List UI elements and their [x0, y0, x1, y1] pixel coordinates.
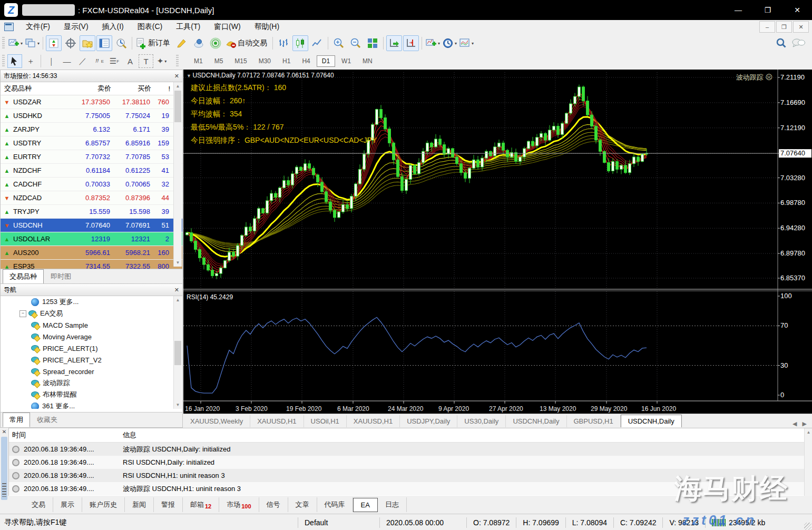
chart-tab[interactable]: US30,Daily: [457, 415, 506, 427]
scroll-down-icon[interactable]: ▼: [174, 259, 182, 267]
market-watch-tab[interactable]: 交易品种: [3, 269, 44, 284]
table-row[interactable]: ▲USDHKD7.750057.7502419: [1, 109, 182, 123]
collapse-icon[interactable]: −: [19, 310, 26, 317]
virtual-hosting-button[interactable]: [191, 35, 207, 51]
market-watch-scrollbar[interactable]: ▲ ▼: [173, 82, 182, 267]
terminal-tab-[interactable]: 日志: [378, 497, 407, 512]
terminal-drag-handle[interactable]: [1, 437, 7, 500]
tree-item[interactable]: Moving Average: [1, 331, 182, 342]
toolbar-grip[interactable]: [176, 55, 179, 67]
table-row[interactable]: ▲CADCHF0.700330.7006532: [1, 178, 182, 191]
terminal-tab-[interactable]: 警报: [154, 497, 183, 512]
mdi-minimize-button[interactable]: –: [759, 21, 775, 33]
table-row[interactable]: ▲EURTRY7.707327.7078553: [1, 150, 182, 164]
terminal-tab-[interactable]: 邮箱12: [183, 497, 219, 513]
column-time[interactable]: 时间: [9, 430, 123, 440]
column-buy[interactable]: 买价: [111, 84, 151, 93]
menu-f[interactable]: 文件(F): [19, 20, 57, 34]
tree-item[interactable]: 361 更多...: [1, 400, 182, 409]
tree-item[interactable]: 波动跟踪: [1, 377, 182, 389]
zoom-out-button[interactable]: [348, 35, 364, 51]
log-row[interactable]: 2020.06.18 19:36:49....RSI USDCNH,Daily:…: [9, 456, 812, 469]
chart-tab[interactable]: XAUUSD,Weekly: [183, 415, 250, 427]
tile-windows-button[interactable]: [365, 35, 380, 51]
table-row[interactable]: ▼USDCNH7.076407.0769151: [1, 219, 182, 232]
mdi-close-button[interactable]: ✕: [793, 21, 809, 33]
search-button[interactable]: [774, 35, 789, 51]
scroll-up-icon[interactable]: ▲: [174, 82, 182, 90]
one-click-trading-icon[interactable]: ▼: [187, 73, 192, 78]
chart-window[interactable]: 7.211907.166907.121907.076407.032806.987…: [183, 70, 812, 414]
scroll-up-icon[interactable]: ▲: [174, 296, 182, 304]
terminal-tab-[interactable]: 展示: [53, 497, 82, 512]
metaeditor-button[interactable]: [174, 35, 190, 51]
column-spread[interactable]: !: [151, 85, 172, 93]
bar-chart-button[interactable]: [276, 35, 291, 51]
log-row[interactable]: 2020.06.18 19:36:49....波动跟踪 USDCNH,Daily…: [9, 443, 812, 456]
timeframe-h1[interactable]: H1: [277, 55, 296, 67]
table-row[interactable]: ▼USDZAR17.3735017.38110760: [1, 95, 182, 109]
tree-item[interactable]: PRICE_ALERT_V2: [1, 354, 182, 366]
navigator-tab[interactable]: 收藏夹: [30, 413, 64, 427]
close-icon[interactable]: ✕: [174, 287, 179, 293]
chevron-right-icon[interactable]: ▶: [803, 420, 807, 427]
new-chart-button[interactable]: ▾: [7, 35, 23, 51]
new-order-button[interactable]: 新订单: [135, 35, 173, 51]
toolbar-grip[interactable]: [2, 37, 5, 50]
close-button[interactable]: ✕: [782, 0, 812, 20]
horizontal-line-tool[interactable]: —: [60, 54, 74, 68]
toolbar-grip[interactable]: [2, 55, 5, 67]
profiles-button[interactable]: ▾: [24, 35, 40, 51]
arrows-tool[interactable]: ✦▾: [154, 54, 169, 68]
terminal-tab-[interactable]: 账户历史: [82, 497, 125, 512]
table-row[interactable]: ▲NZDCHF0.611840.6122541: [1, 164, 182, 178]
table-row[interactable]: ▼NZDCAD0.873520.8739644: [1, 191, 182, 205]
terminal-tab-ea[interactable]: EA: [353, 498, 378, 512]
column-symbol[interactable]: 交易品种: [1, 84, 66, 93]
chart-shift-button[interactable]: [403, 35, 419, 51]
terminal-tab-[interactable]: 交易: [24, 497, 53, 512]
navigator-toggle[interactable]: [80, 35, 95, 51]
timeframe-m1[interactable]: M1: [189, 55, 208, 67]
text-tool[interactable]: A: [123, 54, 138, 68]
chart-tab[interactable]: XAUUSD,H1: [250, 415, 304, 427]
timeframe-m15[interactable]: M15: [229, 55, 252, 67]
market-watch-toggle[interactable]: [46, 35, 62, 51]
crosshair-tool[interactable]: ＋: [23, 54, 38, 68]
community-chat-button[interactable]: [790, 35, 806, 51]
timeframe-h4[interactable]: H4: [297, 55, 315, 67]
text-label-tool[interactable]: T: [139, 54, 153, 68]
tree-item[interactable]: PRICE_ALERT(1): [1, 342, 182, 354]
scroll-up-icon[interactable]: ▲: [805, 428, 812, 436]
terminal-tab-[interactable]: 新闻: [125, 497, 154, 512]
chevron-left-icon[interactable]: ◀: [793, 420, 797, 427]
data-window-toggle[interactable]: [63, 35, 79, 51]
market-watch-tab[interactable]: 即时图: [44, 269, 78, 284]
candlestick-chart-button[interactable]: [292, 35, 308, 51]
chart-tab[interactable]: XAUUSD,H1: [347, 415, 400, 427]
menu-w[interactable]: 窗口(W): [207, 20, 248, 34]
menu-v[interactable]: 显示(V): [57, 20, 95, 34]
table-row[interactable]: ▲USDTRY6.857576.85916159: [1, 136, 182, 150]
close-icon[interactable]: ✕: [174, 73, 179, 80]
chart-tab[interactable]: USOil,H1: [304, 415, 347, 427]
terminal-tab-[interactable]: 代码库: [317, 497, 353, 512]
maximize-button[interactable]: ❐: [753, 0, 782, 20]
terminal-toggle[interactable]: [96, 35, 112, 51]
chart-tab[interactable]: USDCNH,Daily: [621, 415, 682, 427]
timeframe-mn[interactable]: MN: [357, 55, 378, 67]
timeframe-m30[interactable]: M30: [253, 55, 276, 67]
column-message[interactable]: 信息: [123, 430, 812, 440]
navigator-scrollbar[interactable]: ▲ ▼: [173, 296, 182, 409]
indicators-button[interactable]: ▾: [425, 35, 441, 51]
chart-tab[interactable]: GBPUSD,H1: [567, 415, 621, 427]
terminal-tab-[interactable]: 文章: [288, 497, 317, 512]
close-icon[interactable]: ✕: [0, 428, 8, 435]
scroll-down-icon[interactable]: ▼: [174, 401, 182, 409]
mdi-restore-button[interactable]: ❐: [776, 21, 792, 33]
menu-t[interactable]: 工具(T): [169, 20, 207, 34]
signals-button[interactable]: [208, 35, 223, 51]
tree-item[interactable]: MACD Sample: [1, 319, 182, 331]
channel-tool[interactable]: 〃E: [91, 54, 106, 68]
navigator-tab[interactable]: 常用: [3, 413, 30, 427]
